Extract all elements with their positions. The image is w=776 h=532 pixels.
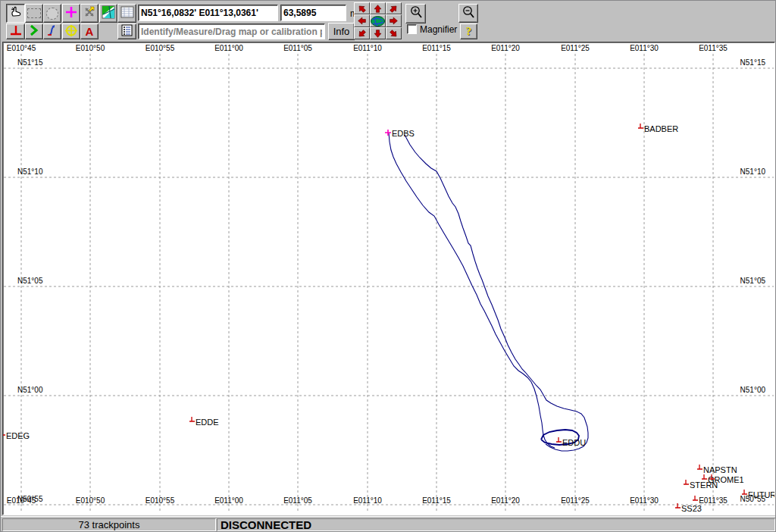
latitude-label-right: N51°05 bbox=[740, 277, 766, 285]
select-rectangle-tool-button[interactable] bbox=[25, 4, 43, 23]
pan-control bbox=[354, 2, 402, 40]
route-curve-tool-button[interactable] bbox=[43, 23, 61, 39]
perpendicular-icon bbox=[9, 25, 23, 39]
waypoint-list-tool-button[interactable] bbox=[117, 23, 136, 39]
help-button[interactable]: ? bbox=[460, 23, 477, 39]
pan-n-button[interactable] bbox=[370, 2, 386, 14]
hand-pointer-icon bbox=[9, 5, 23, 21]
perpendicular-tool-button[interactable] bbox=[6, 23, 25, 39]
connection-status: DISCONNECTED bbox=[217, 518, 775, 531]
longitude-label-top: E011°10 bbox=[353, 44, 382, 52]
waypoint-label: NAPSTN bbox=[703, 465, 737, 474]
longitude-label-top: E011°15 bbox=[422, 44, 451, 52]
map-area[interactable]: E010°45E010°45E010°50E010°50E010°55E010°… bbox=[2, 42, 775, 515]
text-label-icon: A bbox=[86, 26, 94, 37]
latitude-label-left: N51°15 bbox=[17, 58, 43, 67]
waypoint-marker bbox=[3, 430, 5, 435]
pan-s-button[interactable] bbox=[370, 27, 386, 39]
magnifier-label: Magnifier bbox=[420, 24, 457, 35]
waypoint-label: EDBS bbox=[392, 129, 415, 138]
longitude-label-bottom: E011°05 bbox=[283, 496, 312, 505]
longitude-label-top: E010°45 bbox=[7, 44, 36, 52]
track-outbound-line bbox=[389, 133, 555, 448]
latitude-label-right: N51°15 bbox=[740, 58, 766, 67]
pan-se-button[interactable] bbox=[386, 27, 402, 39]
pan-e-button[interactable] bbox=[386, 14, 402, 27]
latitude-label-left: N51°05 bbox=[17, 277, 43, 285]
pan-ne-button[interactable] bbox=[386, 2, 402, 14]
route-curve-icon bbox=[46, 24, 58, 39]
longitude-label-top: E011°00 bbox=[214, 44, 243, 52]
longitude-label-bottom: E011°20 bbox=[491, 496, 520, 505]
target-circle-tool-button[interactable] bbox=[62, 23, 80, 39]
hand-pointer-tool-button[interactable] bbox=[6, 4, 25, 23]
waypoint-marker bbox=[742, 490, 747, 494]
map-view-tool-button[interactable] bbox=[99, 4, 117, 23]
coordinate-readout-field[interactable] bbox=[138, 5, 278, 21]
latitude-label-left: N50°55 bbox=[17, 495, 43, 503]
waypoint-marker bbox=[189, 417, 195, 421]
select-rectangle-icon bbox=[27, 8, 41, 18]
move-arrows-tool-button[interactable] bbox=[80, 4, 99, 23]
longitude-label-bottom: E010°50 bbox=[76, 496, 105, 505]
longitude-label-bottom: E011°15 bbox=[422, 496, 451, 505]
zoom-in-button[interactable] bbox=[405, 4, 426, 23]
longitude-label-top: E010°55 bbox=[146, 44, 175, 52]
longitude-label-bottom: E011°30 bbox=[630, 496, 659, 505]
waypoint-marker bbox=[702, 474, 707, 479]
map-view-icon bbox=[102, 5, 115, 21]
next-waypoint-arrow-tool-button[interactable] bbox=[25, 23, 43, 39]
crosshair-icon bbox=[64, 5, 78, 21]
toolbar: A m/pixel Info Magnifier bbox=[1, 1, 776, 42]
scale-value-field[interactable] bbox=[280, 5, 346, 21]
waypoint-marker bbox=[638, 124, 643, 128]
waypoint-label: EDDU bbox=[562, 438, 586, 447]
waypoint-label: BADBER bbox=[644, 124, 678, 133]
gps-track-application-window: { "toolbar": { "coordinate_readout": "N5… bbox=[0, 0, 776, 532]
latitude-label-right: N51°10 bbox=[740, 167, 766, 176]
waypoint-label: STERN bbox=[690, 480, 718, 490]
waypoint-list-icon bbox=[121, 24, 133, 39]
magnifier-checkbox[interactable] bbox=[407, 24, 417, 34]
move-arrows-icon bbox=[83, 5, 96, 21]
longitude-label-bottom: E010°55 bbox=[146, 496, 175, 505]
longitude-label-top: E011°25 bbox=[561, 44, 590, 52]
select-circle-tool-button[interactable] bbox=[43, 4, 61, 23]
table-view-icon bbox=[120, 6, 134, 20]
pan-nw-button[interactable] bbox=[354, 2, 370, 14]
waypoint-marker bbox=[385, 130, 391, 136]
latitude-label-left: N51°10 bbox=[17, 167, 43, 176]
waypoint-label: EDEG bbox=[6, 431, 30, 440]
next-waypoint-arrow-icon bbox=[28, 24, 40, 39]
zoom-in-icon bbox=[409, 5, 423, 22]
longitude-label-top: E010°50 bbox=[76, 44, 105, 52]
pan-w-button[interactable] bbox=[354, 14, 370, 27]
waypoint-label: FUTUR bbox=[748, 490, 774, 499]
select-circle-icon bbox=[46, 8, 58, 20]
help-icon: ? bbox=[466, 25, 472, 38]
zoom-out-icon bbox=[462, 5, 475, 22]
pan-sw-button[interactable] bbox=[354, 27, 370, 39]
zoom-out-button[interactable] bbox=[458, 4, 478, 23]
info-button[interactable]: Info bbox=[328, 23, 355, 40]
crosshair-tool-button[interactable] bbox=[62, 4, 80, 23]
text-label-tool-button[interactable]: A bbox=[80, 23, 99, 39]
map-canvas[interactable]: E010°45E010°45E010°50E010°50E010°55E010°… bbox=[3, 42, 774, 515]
longitude-label-top: E011°35 bbox=[699, 44, 728, 52]
mode-hint-field[interactable] bbox=[138, 23, 325, 39]
waypoint-label: SS23 bbox=[681, 504, 702, 513]
pan-globe-icon bbox=[370, 14, 386, 27]
waypoint-marker bbox=[675, 503, 681, 508]
trackpoints-status: 73 trackpoints bbox=[2, 518, 216, 531]
longitude-label-top: E011°05 bbox=[283, 44, 312, 52]
waypoint-marker bbox=[556, 437, 562, 442]
longitude-label-bottom: E011°25 bbox=[561, 496, 590, 505]
waypoint-label: EDDE bbox=[196, 418, 219, 427]
track-return-line bbox=[405, 135, 588, 451]
longitude-label-bottom: E011°10 bbox=[353, 496, 382, 505]
waypoint-marker bbox=[684, 480, 689, 484]
target-circle-icon bbox=[64, 24, 78, 39]
table-view-tool-button[interactable] bbox=[117, 4, 136, 23]
longitude-label-bottom: E011°35 bbox=[699, 496, 728, 505]
waypoint-marker bbox=[693, 496, 698, 500]
